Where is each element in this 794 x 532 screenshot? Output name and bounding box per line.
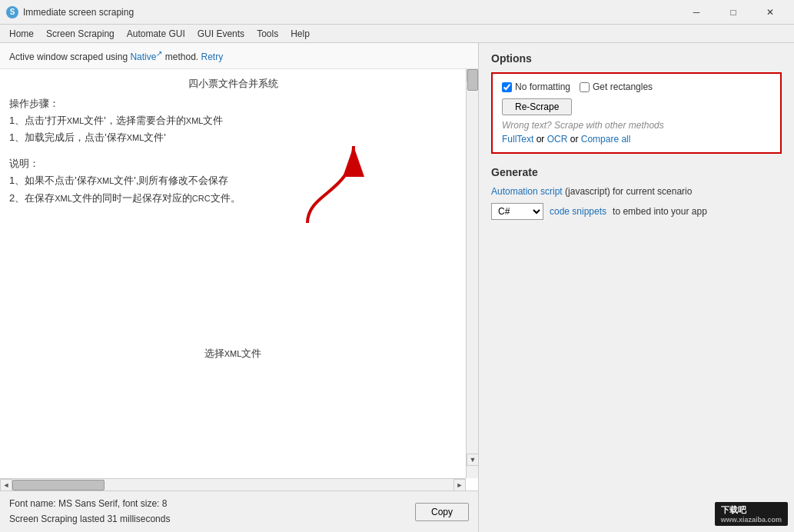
or2: or bbox=[570, 134, 579, 145]
generate-title: Generate bbox=[491, 166, 782, 178]
scroll-left-button[interactable]: ◄ bbox=[0, 479, 12, 491]
embed-label: to embed into your app bbox=[613, 206, 707, 217]
scrape-methods-label: Scrape with other methods bbox=[554, 120, 664, 131]
maximize-button[interactable]: □ bbox=[716, 1, 751, 24]
options-box: No formatting Get rectangles Re-Scrape W… bbox=[491, 72, 782, 154]
titlebar: S Immediate screen scraping ─ □ ✕ bbox=[0, 0, 794, 25]
left-panel: Active window scraped using Native↗ meth… bbox=[0, 43, 479, 532]
menu-automate-gui[interactable]: Automate GUI bbox=[121, 27, 191, 41]
compare-all-link[interactable]: Compare all bbox=[581, 134, 631, 145]
line-4: 1、加载完成后，点击'保存XML文件' bbox=[9, 129, 457, 146]
content-wrapper: 四小票文件合并系统 操作步骤： 1、点击'打开XML文件'，选择需要合并的XML… bbox=[0, 69, 478, 490]
scroll-v-thumb[interactable] bbox=[467, 69, 478, 91]
font-info: Font name: MS Sans Serif, font size: 8 bbox=[9, 497, 170, 511]
app-icon: S bbox=[6, 6, 18, 18]
line-1: 四小票文件合并系统 bbox=[9, 75, 457, 92]
scrape-header: Active window scraped using Native↗ meth… bbox=[0, 43, 478, 69]
scroll-h-track[interactable] bbox=[12, 479, 453, 491]
menu-help[interactable]: Help bbox=[284, 27, 316, 41]
line-6: 说明： bbox=[9, 155, 457, 172]
generate-script-row: Automation script (javascript) for curre… bbox=[491, 186, 782, 197]
scroll-down-button[interactable]: ▼ bbox=[467, 454, 478, 466]
method-text: method. bbox=[165, 52, 201, 62]
wrong-text-label: Wrong text? bbox=[502, 120, 554, 131]
or1: or bbox=[537, 134, 545, 145]
language-select[interactable]: C# VB Java Python JS bbox=[491, 203, 543, 220]
options-section: Options No formatting Get rectangles Re-… bbox=[491, 52, 782, 154]
spacer-2 bbox=[9, 207, 457, 345]
wrong-text-row: Wrong text? Scrape with other methods bbox=[502, 120, 771, 131]
code-snippets-link[interactable]: code snippets bbox=[550, 206, 606, 217]
method-links-row: FullText or OCR or Compare all bbox=[502, 134, 771, 145]
rescrape-row: Re-Scrape bbox=[502, 98, 771, 115]
scraped-content: 四小票文件合并系统 操作步骤： 1、点击'打开XML文件'，选择需要合并的XML… bbox=[9, 75, 457, 362]
copy-button[interactable]: Copy bbox=[415, 503, 469, 521]
get-rectangles-text: Get rectangles bbox=[593, 81, 653, 92]
line-7: 1、如果不点击'保存XML文件',则所有修改不会保存 bbox=[9, 172, 457, 189]
no-formatting-checkbox[interactable] bbox=[502, 82, 512, 92]
line-8: 2、在保存XML文件的同时一起保存对应的CRC文件。 bbox=[9, 190, 457, 207]
menu-tools[interactable]: Tools bbox=[251, 27, 284, 41]
fulltext-link[interactable]: FullText bbox=[502, 134, 533, 145]
bottom-text: 选择XML文件 bbox=[9, 345, 457, 362]
status-bar: Font name: MS Sans Serif, font size: 8 S… bbox=[0, 490, 478, 532]
scroll-h-thumb[interactable] bbox=[12, 480, 105, 490]
options-title: Options bbox=[491, 52, 782, 65]
watermark-prefix: 下载吧 bbox=[721, 504, 782, 516]
ocr-link[interactable]: OCR bbox=[547, 134, 568, 145]
horizontal-scrollbar[interactable]: ◄ ► bbox=[0, 478, 466, 490]
vertical-scrollbar[interactable]: ▲ ▼ bbox=[466, 69, 478, 478]
line-2: 操作步骤： bbox=[9, 95, 457, 112]
native-superscript: ↗ bbox=[156, 49, 162, 58]
window-title: Immediate screen scraping bbox=[23, 7, 679, 18]
menu-gui-events[interactable]: GUI Events bbox=[191, 27, 251, 41]
close-button[interactable]: ✕ bbox=[752, 1, 788, 24]
menubar: Home Screen Scraping Automate GUI GUI Ev… bbox=[0, 25, 794, 43]
get-rectangles-label[interactable]: Get rectangles bbox=[580, 81, 653, 92]
rescrape-button[interactable]: Re-Scrape bbox=[502, 98, 572, 115]
automation-script-link[interactable]: Automation script bbox=[491, 186, 563, 197]
no-formatting-label[interactable]: No formatting bbox=[502, 81, 570, 92]
minimize-button[interactable]: ─ bbox=[679, 1, 714, 24]
menu-screen-scraping[interactable]: Screen Scraping bbox=[40, 27, 121, 41]
get-rectangles-checkbox[interactable] bbox=[580, 82, 590, 92]
status-text: Font name: MS Sans Serif, font size: 8 S… bbox=[9, 497, 170, 526]
retry-link[interactable]: Retry bbox=[201, 52, 223, 62]
watermark: 下载吧 www.xiazaiba.com bbox=[715, 502, 788, 526]
watermark-url: www.xiazaiba.com bbox=[721, 516, 782, 524]
scrape-header-text: Active window scraped using bbox=[9, 52, 130, 62]
main-layout: Active window scraped using Native↗ meth… bbox=[0, 43, 794, 532]
line-3: 1、点击'打开XML文件'，选择需要合并的XML文件 bbox=[9, 112, 457, 129]
scroll-right-button[interactable]: ► bbox=[453, 479, 466, 491]
checkbox-row: No formatting Get rectangles bbox=[502, 81, 771, 92]
no-formatting-text: No formatting bbox=[515, 81, 570, 92]
lang-row: C# VB Java Python JS code snippets to em… bbox=[491, 203, 782, 220]
duration-info: Screen Scraping lasted 31 milliseconds bbox=[9, 512, 170, 527]
generate-section: Generate Automation script (javascript) … bbox=[491, 166, 782, 220]
right-panel: Options No formatting Get rectangles Re-… bbox=[479, 43, 794, 532]
window-controls: ─ □ ✕ bbox=[679, 1, 788, 24]
native-method-link[interactable]: Native↗ bbox=[130, 52, 162, 62]
content-area: 四小票文件合并系统 操作步骤： 1、点击'打开XML文件'，选择需要合并的XML… bbox=[0, 69, 466, 478]
spacer-1 bbox=[9, 146, 457, 155]
menu-home[interactable]: Home bbox=[3, 27, 40, 41]
